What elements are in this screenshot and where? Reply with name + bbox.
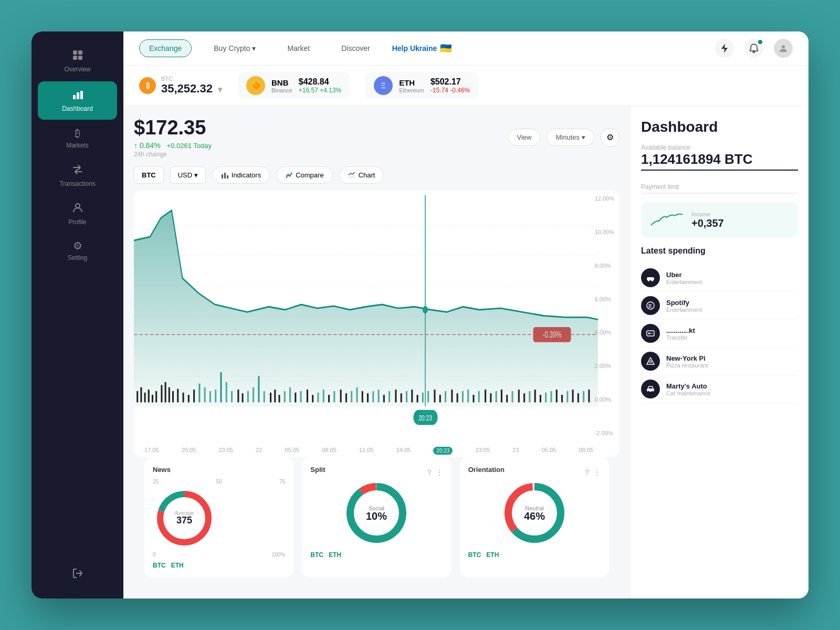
change-label: 24h change	[134, 151, 212, 158]
svg-rect-2	[73, 56, 77, 60]
bnb-sub: Binance	[271, 87, 292, 93]
svg-rect-64	[340, 390, 342, 402]
svg-rect-66	[351, 391, 352, 403]
income-card: Income +0,357	[641, 202, 798, 238]
indicators-button[interactable]: Indicators	[212, 166, 270, 184]
transfer-icon	[641, 324, 660, 343]
income-mini-chart	[648, 209, 685, 230]
svg-rect-58	[307, 390, 308, 402]
orientation-info-button[interactable]: ?	[585, 468, 589, 477]
change-pct: ↑ 0.84%	[134, 141, 161, 150]
svg-rect-41	[215, 390, 216, 402]
sidebar-item-overview[interactable]: Overview	[32, 42, 123, 80]
spending-item-spotify: Spotify Entertainment	[641, 292, 798, 320]
svg-rect-24	[136, 391, 138, 403]
nav-tab-buy-crypto[interactable]: Buy Crypto ▾	[204, 40, 265, 57]
svg-rect-68	[362, 391, 363, 403]
dashboard-title: Dashboard	[641, 119, 798, 135]
svg-rect-73	[388, 391, 390, 403]
right-panel: Dashboard Available balance 1,124161894 …	[630, 106, 808, 598]
ticker-bar: ₿ BTC 35,252.32 ▾ 🔶 BNB Binance $428.84	[123, 66, 808, 106]
svg-rect-108	[583, 391, 584, 403]
view-button[interactable]: View	[508, 129, 541, 146]
indicators-icon	[221, 172, 228, 179]
svg-rect-10	[222, 174, 223, 178]
help-ukraine-link[interactable]: Help Ukraine 🇺🇦	[392, 43, 452, 54]
sidebar-item-setting[interactable]: ⚙ Setting	[32, 233, 123, 269]
svg-rect-30	[161, 385, 162, 402]
svg-rect-5	[77, 92, 79, 99]
svg-rect-50	[264, 391, 265, 403]
svg-rect-105	[566, 391, 568, 403]
svg-rect-28	[152, 395, 153, 402]
minutes-button[interactable]: Minutes ▾	[547, 129, 594, 146]
lightning-button[interactable]	[715, 39, 734, 58]
app-container: Overview Dashboard ₿ Markets	[32, 32, 808, 598]
nav-tab-discover[interactable]: Discover	[332, 40, 379, 57]
chart-type-button[interactable]: Chart	[339, 166, 384, 184]
income-value: +0,357	[691, 217, 724, 229]
svg-rect-86	[462, 391, 464, 403]
sidebar-item-markets[interactable]: ₿ Markets	[32, 121, 123, 156]
split-title: Split	[310, 466, 325, 474]
pair-select[interactable]: BTC	[134, 166, 164, 184]
sidebar-item-transactions[interactable]: Transactions	[32, 156, 123, 195]
compare-button[interactable]: Compare	[276, 166, 332, 184]
eth-ticker[interactable]: Ξ ETH Ethereum $502.17 -15.74 -0.46%	[365, 72, 478, 99]
sidebar-item-profile[interactable]: Profile	[32, 195, 123, 233]
svg-rect-62	[328, 395, 330, 402]
top-nav: Exchange Buy Crypto ▾ Market Discover He…	[123, 32, 808, 66]
nav-tab-market[interactable]: Market	[278, 40, 319, 57]
spending-item-auto: Marty's Auto Car maintenance	[641, 375, 798, 403]
currency-select[interactable]: USD ▾	[170, 166, 206, 184]
split-donut: Social 10%	[342, 479, 411, 547]
btc-price-display: ₿ BTC 35,252.32 ▾	[139, 76, 222, 96]
spending-title: Latest spending	[641, 246, 798, 256]
dashboard-icon	[72, 89, 83, 102]
orientation-menu-button[interactable]: ⋮	[593, 468, 601, 477]
svg-rect-4	[73, 95, 76, 99]
svg-rect-75	[401, 393, 402, 402]
svg-rect-77	[411, 390, 413, 402]
svg-rect-65	[345, 393, 347, 402]
chart-y-labels: 12.00% 10.00% 8.00% 6.00% 4.00% 2.00% 0.…	[595, 190, 614, 442]
svg-point-8	[753, 51, 755, 53]
svg-rect-57	[300, 391, 302, 403]
eth-name: ETH	[399, 78, 424, 87]
svg-rect-60	[317, 393, 319, 403]
chart-settings-button[interactable]: ⚙	[601, 128, 620, 147]
notification-button[interactable]	[744, 39, 763, 58]
svg-rect-42	[220, 372, 222, 402]
svg-rect-70	[372, 391, 374, 403]
nav-tab-exchange[interactable]: Exchange	[139, 39, 192, 57]
chart-x-labels: 17:05 20:05 23:05 22 05:05 08:05 11:05 1…	[144, 447, 593, 455]
svg-rect-96	[518, 390, 520, 402]
auto-category: Car maintenance	[666, 390, 710, 396]
btc-logo: ₿	[139, 77, 156, 94]
svg-text:46%: 46%	[524, 510, 545, 522]
chart-svg: -0.39%	[134, 195, 620, 436]
svg-point-137	[648, 391, 649, 393]
split-info-button[interactable]: ?	[427, 468, 432, 477]
bnb-ticker[interactable]: 🔶 BNB Binance $428.84 +16.57 +4.13%	[238, 72, 350, 99]
svg-rect-69	[367, 393, 369, 402]
svg-rect-87	[467, 390, 469, 402]
svg-rect-104	[561, 395, 563, 402]
svg-rect-0	[73, 50, 77, 55]
price-meta: ↑ 0.84% +0.0261 Today	[134, 141, 212, 150]
spending-item-transfer: ............kt Transfer	[641, 320, 798, 348]
sidebar-item-dashboard[interactable]: Dashboard	[38, 81, 117, 120]
sidebar-item-logout[interactable]	[72, 560, 83, 588]
pizza-category: Pizza restaurant	[666, 362, 708, 369]
avatar-button[interactable]	[774, 39, 793, 58]
transfer-category: Transfer	[666, 334, 695, 341]
svg-rect-6	[80, 91, 83, 99]
spending-item-pizza: New-York Pi Pizza restaurant	[641, 348, 798, 375]
svg-rect-79	[422, 393, 424, 403]
svg-rect-97	[523, 393, 525, 402]
grid-icon	[72, 49, 83, 62]
uber-name: Uber	[666, 271, 702, 279]
svg-rect-76	[406, 391, 407, 403]
split-menu-button[interactable]: ⋮	[436, 468, 443, 477]
svg-rect-81	[434, 390, 435, 402]
